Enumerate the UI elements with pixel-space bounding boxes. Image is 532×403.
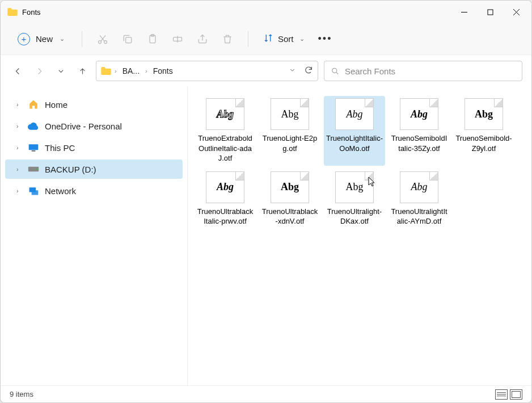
file-name: TruenoLightItalic-OoMo.otf xyxy=(326,133,383,153)
toolbar: + New ⌄ Sort ⌄ ••• xyxy=(1,23,531,55)
chevron-right-icon: › xyxy=(16,123,22,129)
svg-rect-9 xyxy=(32,150,36,152)
file-name: TruenoUltralightItalic-AYmD.otf xyxy=(391,207,447,226)
close-button[interactable] xyxy=(503,1,529,23)
rename-button[interactable] xyxy=(166,28,189,51)
sidebar-item-drive[interactable]: ›BACKUP (D:) xyxy=(5,159,183,179)
delete-button[interactable] xyxy=(216,28,239,51)
breadcrumb-part[interactable]: BA... xyxy=(120,66,142,75)
file-item[interactable]: AbgTruenoSemiboldItalic-35Zy.otf xyxy=(389,96,450,166)
folder-icon xyxy=(101,67,111,75)
sidebar-item-label: This PC xyxy=(45,143,75,153)
svg-rect-13 xyxy=(32,190,39,195)
chevron-right-icon: › xyxy=(16,166,22,173)
file-name: TruenoExtraboldOutlineItalic-adaJ.otf xyxy=(197,133,254,163)
details-view-button[interactable] xyxy=(495,389,508,400)
network-icon xyxy=(28,186,39,196)
divider xyxy=(248,31,248,47)
font-file-icon: Abg xyxy=(465,98,503,130)
font-file-icon: Abg xyxy=(271,98,309,130)
item-count: 9 items xyxy=(10,390,33,398)
file-name: TruenoUltralight-DKax.otf xyxy=(326,207,383,226)
file-item[interactable]: AbgTruenoLight-E2pg.otf xyxy=(259,96,320,166)
pc-icon xyxy=(28,142,39,153)
svg-point-2 xyxy=(104,40,107,43)
statusbar: 9 items xyxy=(1,385,531,402)
icons-view-button[interactable] xyxy=(510,389,522,400)
navbar: › BA... › Fonts xyxy=(1,55,531,87)
plus-icon: + xyxy=(18,33,30,45)
file-item[interactable]: AbgTruenoSemibold-Z9yl.otf xyxy=(453,96,514,166)
file-item[interactable]: AbgTruenoUltralightItalic-AYmD.otf xyxy=(389,169,450,229)
share-button[interactable] xyxy=(191,28,214,51)
file-item[interactable]: AbgTruenoUltralight-DKax.otf xyxy=(324,169,385,229)
sidebar-item-label: Home xyxy=(45,100,67,110)
sort-icon xyxy=(263,33,273,45)
search-input[interactable] xyxy=(345,66,515,76)
svg-point-1 xyxy=(99,40,102,43)
chevron-down-icon: ⌄ xyxy=(60,35,65,43)
sidebar-item-label: OneDrive - Personal xyxy=(45,121,122,131)
address-bar[interactable]: › BA... › Fonts xyxy=(96,61,318,81)
chevron-right-icon: › xyxy=(16,101,22,108)
font-file-icon: Abg xyxy=(335,98,374,130)
chevron-right-icon: › xyxy=(16,187,22,194)
explorer-window: Fonts + New ⌄ Sort ⌄ ••• xyxy=(0,0,532,403)
file-item[interactable]: AbgTruenoLightItalic-OoMo.otf xyxy=(324,96,385,166)
window-title: Fonts xyxy=(22,8,451,16)
sidebar-item-pc[interactable]: ›This PC xyxy=(5,138,183,157)
chevron-right-icon: › xyxy=(16,144,22,151)
svg-point-11 xyxy=(36,169,38,170)
file-name: TruenoUltrablack-xdnV.otf xyxy=(261,207,318,226)
sort-button[interactable]: Sort ⌄ xyxy=(257,30,310,48)
sidebar-item-network[interactable]: ›Network xyxy=(5,181,183,200)
font-file-icon: Abg xyxy=(400,98,438,130)
sidebar-item-home[interactable]: ›Home xyxy=(5,95,183,114)
font-file-icon: Abg xyxy=(400,171,438,203)
chevron-down-icon[interactable] xyxy=(289,66,296,76)
sidebar-item-label: Network xyxy=(45,186,76,196)
back-button[interactable] xyxy=(10,63,26,79)
forward-button[interactable] xyxy=(31,63,47,79)
file-name: TruenoSemiboldItalic-35Zy.otf xyxy=(391,133,447,153)
folder-icon xyxy=(7,8,18,16)
recent-button[interactable] xyxy=(53,63,69,79)
svg-rect-3 xyxy=(126,37,132,43)
search-box[interactable] xyxy=(324,61,522,81)
minimize-button[interactable] xyxy=(451,1,477,23)
file-item[interactable]: AbgTruenoUltrablackItalic-prwv.otf xyxy=(195,169,256,229)
drive-icon xyxy=(28,164,39,174)
search-icon xyxy=(331,67,339,75)
chevron-right-icon: › xyxy=(145,68,147,74)
breadcrumb-part[interactable]: Fonts xyxy=(151,66,175,75)
refresh-button[interactable] xyxy=(304,65,313,77)
file-grid: AbgTruenoExtraboldOutlineItalic-adaJ.otf… xyxy=(188,87,531,385)
new-button[interactable]: + New ⌄ xyxy=(10,30,73,49)
file-name: TruenoLight-E2pg.otf xyxy=(261,133,318,153)
svg-rect-8 xyxy=(29,144,39,150)
home-icon xyxy=(28,99,39,110)
file-item[interactable]: AbgTruenoUltrablack-xdnV.otf xyxy=(259,169,320,229)
up-button[interactable] xyxy=(74,63,90,79)
svg-point-7 xyxy=(332,68,337,73)
svg-rect-0 xyxy=(488,10,493,15)
file-item[interactable]: AbgTruenoExtraboldOutlineItalic-adaJ.otf xyxy=(195,96,256,166)
file-name: TruenoUltrablackItalic-prwv.otf xyxy=(197,207,254,226)
sidebar-item-cloud[interactable]: ›OneDrive - Personal xyxy=(5,116,183,136)
chevron-right-icon: › xyxy=(115,68,117,74)
more-button[interactable]: ••• xyxy=(313,33,338,45)
titlebar: Fonts xyxy=(1,1,531,23)
paste-button[interactable] xyxy=(141,28,164,51)
file-name: TruenoSemibold-Z9yl.otf xyxy=(455,133,512,153)
divider xyxy=(82,31,82,47)
chevron-down-icon: ⌄ xyxy=(299,35,305,43)
font-file-icon: Abg xyxy=(206,171,244,203)
copy-button[interactable] xyxy=(116,28,139,51)
cloud-icon xyxy=(28,121,39,131)
maximize-button[interactable] xyxy=(477,1,503,23)
font-file-icon: Abg xyxy=(271,171,309,203)
sidebar: ›Home›OneDrive - Personal›This PC›BACKUP… xyxy=(1,87,188,385)
font-file-icon: Abg xyxy=(335,171,374,203)
font-file-icon: Abg xyxy=(206,98,244,130)
cut-button[interactable] xyxy=(91,28,114,51)
